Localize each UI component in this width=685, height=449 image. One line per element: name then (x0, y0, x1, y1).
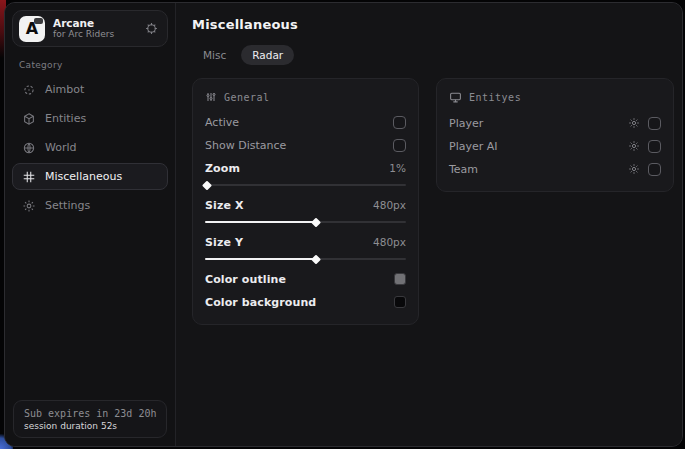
player-label: Player (449, 117, 483, 130)
tab-misc[interactable]: Misc (192, 45, 237, 65)
gear-icon[interactable] (145, 22, 158, 35)
zoom-slider[interactable] (205, 180, 406, 190)
sidebar-item-world[interactable]: World (12, 134, 168, 161)
brand-card: A Arcane for Arc Riders (12, 10, 168, 47)
team-checkbox[interactable] (648, 163, 661, 176)
gear-icon[interactable] (628, 140, 640, 152)
size-y-label: Size Y (205, 236, 243, 249)
gear-icon[interactable] (628, 117, 640, 129)
sidebar-item-aimbot[interactable]: Aimbot (12, 76, 168, 103)
slider-fill (205, 221, 316, 223)
session-duration: session duration 52s (24, 421, 156, 431)
sliders-icon (205, 91, 217, 103)
show-distance-label: Show Distance (205, 139, 286, 152)
subscription-expiry: Sub expires in 23d 20h (24, 408, 156, 419)
color-background-label: Color background (205, 296, 316, 309)
grid-hash-icon (22, 170, 36, 184)
show-distance-checkbox[interactable] (393, 139, 406, 152)
player-row: Player (449, 112, 661, 134)
tab-radar[interactable]: Radar (241, 45, 294, 65)
general-panel: General Active Show Distance Zoom 1% (192, 78, 419, 325)
size-x-slider[interactable] (205, 217, 406, 227)
sidebar-item-label: Entities (45, 112, 86, 125)
monitor-icon (449, 91, 462, 104)
gear-icon (22, 199, 36, 213)
general-panel-title: General (224, 92, 270, 103)
slider-track (205, 184, 406, 186)
player-ai-row: Player AI (449, 135, 661, 157)
globe-icon (22, 141, 36, 155)
sidebar-item-label: Settings (45, 199, 90, 212)
player-ai-label: Player AI (449, 140, 498, 153)
tab-bar: Misc Radar (192, 45, 674, 65)
player-ai-controls (628, 140, 661, 153)
active-row: Active (205, 111, 406, 133)
category-label: Category (19, 60, 175, 70)
size-x-label: Size X (205, 199, 243, 212)
player-checkbox[interactable] (648, 117, 661, 130)
color-outline-row: Color outline (205, 268, 406, 290)
brand-text: Arcane for Arc Riders (53, 17, 137, 39)
size-y-value: 480px (373, 236, 406, 248)
panel-row: General Active Show Distance Zoom 1% (192, 78, 674, 325)
sidebar-item-label: World (45, 141, 77, 154)
game-screen: { "brand": { "logo_letter": "A", "name":… (0, 0, 685, 449)
color-outline-label: Color outline (205, 273, 286, 286)
sidebar-item-settings[interactable]: Settings (12, 192, 168, 219)
general-panel-header: General (205, 91, 406, 103)
subscription-box: Sub expires in 23d 20h session duration … (13, 400, 167, 438)
sidebar-item-miscellaneous[interactable]: Miscellaneous (12, 163, 168, 190)
entities-panel: Entityes Player P (436, 78, 674, 192)
entities-panel-header: Entityes (449, 91, 661, 104)
slider-thumb[interactable] (202, 180, 212, 190)
color-background-swatch[interactable] (394, 296, 406, 308)
sidebar-item-label: Miscellaneous (45, 170, 122, 183)
show-distance-row: Show Distance (205, 134, 406, 156)
color-background-row: Color background (205, 291, 406, 313)
size-x-value: 480px (373, 199, 406, 211)
size-x-row: Size X 480px (205, 194, 406, 216)
arcane-window: A Arcane for Arc Riders Category (4, 2, 683, 447)
slider-fill (205, 258, 316, 260)
zoom-value: 1% (389, 162, 406, 174)
team-label: Team (449, 163, 478, 176)
page-title: Miscellaneous (192, 17, 674, 32)
sidebar-nav: Aimbot Entities World (5, 74, 175, 221)
brand-subtitle: for Arc Riders (53, 29, 137, 39)
team-controls (628, 163, 661, 176)
sidebar: A Arcane for Arc Riders Category (5, 3, 176, 446)
main-content: Miscellaneous Misc Radar General (176, 3, 683, 446)
color-outline-swatch[interactable] (394, 273, 406, 285)
crosshair-icon (22, 83, 36, 97)
active-checkbox[interactable] (393, 116, 406, 129)
sidebar-item-label: Aimbot (45, 83, 84, 96)
size-y-slider[interactable] (205, 254, 406, 264)
team-row: Team (449, 158, 661, 180)
entities-panel-title: Entityes (469, 92, 521, 103)
slider-thumb[interactable] (311, 254, 321, 264)
player-controls (628, 117, 661, 130)
gear-icon[interactable] (628, 163, 640, 175)
slider-thumb[interactable] (311, 217, 321, 227)
entities-cube-icon (22, 112, 36, 126)
sidebar-item-entities[interactable]: Entities (12, 105, 168, 132)
brand-logo: A (19, 16, 45, 42)
brand-logo-letter: A (26, 19, 38, 38)
active-label: Active (205, 116, 239, 129)
size-y-row: Size Y 480px (205, 231, 406, 253)
zoom-row: Zoom 1% (205, 157, 406, 179)
zoom-label: Zoom (205, 162, 240, 175)
player-ai-checkbox[interactable] (648, 140, 661, 153)
brand-title: Arcane (53, 17, 137, 29)
